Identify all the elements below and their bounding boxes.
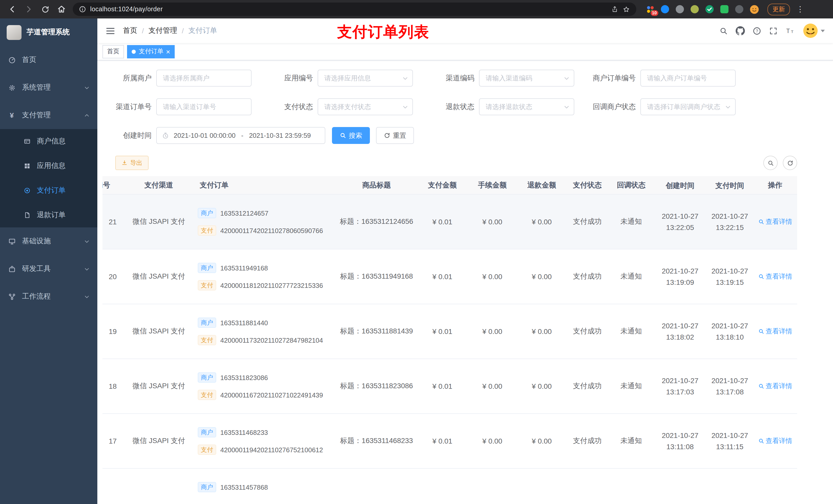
share-icon[interactable] xyxy=(611,6,618,13)
table-row: 18 微信 JSAPI 支付 商户 1635311823086 支付 xyxy=(102,359,797,414)
hamburger-icon[interactable] xyxy=(105,26,115,35)
target-icon xyxy=(23,187,31,194)
view-detail-link[interactable]: 查看详情 xyxy=(758,272,792,281)
browser-menu-icon[interactable]: ⋮ xyxy=(796,5,804,14)
search-icon[interactable] xyxy=(719,26,728,35)
filter-pay-status: 支付状态 xyxy=(264,98,425,115)
filter-channel-code: 渠道编码 xyxy=(425,70,587,87)
view-detail-link[interactable]: 查看详情 xyxy=(758,436,792,446)
filter-row-2: 渠道订单号 支付状态 退款状态 回调商户状态 xyxy=(102,98,833,115)
date-start: 2021-10-01 00:00:00 xyxy=(174,131,235,139)
refund-status-select[interactable] xyxy=(479,99,574,115)
site-info-icon[interactable] xyxy=(79,6,86,13)
chevron-down-icon xyxy=(821,29,825,32)
active-dot xyxy=(132,49,136,53)
home-icon[interactable] xyxy=(54,2,69,16)
pay-order-table: 编号 支付渠道 支付订单 商品标题 支付金额 手续金额 退款金额 支付状态 回调… xyxy=(102,176,797,504)
table-row: 17 微信 JSAPI 支付 商户 1635311468233 支付 xyxy=(102,414,797,469)
merchant-input[interactable] xyxy=(157,70,251,86)
filter-row-3: 创建时间 2021-10-01 00:00:00 - 2021-10-31 23… xyxy=(102,127,833,144)
logo-image xyxy=(7,25,22,40)
app-frame: 芋道管理系统 首页 系统管理 ¥ 支付管理 商户信息 xyxy=(0,19,833,504)
pay-status-select[interactable] xyxy=(318,99,412,115)
filter-merchant-order-no: 商户订单编号 xyxy=(587,70,748,87)
pay-submenu: 商户信息 应用信息 支付订单 退款订单 xyxy=(0,129,97,227)
sidebar-item-pay[interactable]: ¥ 支付管理 xyxy=(0,101,97,129)
bookmark-star-icon[interactable] xyxy=(622,5,630,13)
svg-text:?: ? xyxy=(756,29,758,33)
tags-view-bar: 首页 支付订单 × xyxy=(97,43,833,61)
table-row: 20 微信 JSAPI 支付 商户 1635311949168 支付 xyxy=(102,249,797,304)
sidebar-item-app-info[interactable]: 应用信息 xyxy=(0,154,97,178)
table-body: 21 微信 JSAPI 支付 商户 1635312124657 支付 xyxy=(102,195,797,469)
table-utility-buttons xyxy=(763,156,797,170)
update-button[interactable]: 更新 xyxy=(767,3,790,15)
refresh-icon[interactable] xyxy=(783,156,797,170)
filter-channel-order-no: 渠道订单号 xyxy=(102,98,264,115)
close-icon[interactable]: × xyxy=(166,48,170,55)
breadcrumb-pay-manage[interactable]: 支付管理 xyxy=(148,26,177,35)
merchant-order-no: 1635311468233 xyxy=(220,429,268,436)
merchant-order-no: 1635312124657 xyxy=(220,209,268,217)
search-button[interactable]: 搜索 xyxy=(332,127,370,144)
gear-icon xyxy=(8,84,16,91)
pay-badge: 支付 xyxy=(198,280,216,290)
extension-chat-icon[interactable] xyxy=(720,5,729,14)
date-range-picker[interactable]: 2021-10-01 00:00:00 - 2021-10-31 23:59:5… xyxy=(156,127,325,144)
notify-status-select[interactable] xyxy=(641,99,735,115)
sidebar-item-home[interactable]: 首页 xyxy=(0,46,97,74)
extension-dark-icon[interactable] xyxy=(735,5,744,14)
fullscreen-icon[interactable] xyxy=(769,26,778,35)
merchant-badge: 商户 xyxy=(198,482,216,492)
page-content: 所属商户 应用编号 渠道编码 商户订单编号 xyxy=(97,61,833,504)
extension-gray-icon[interactable] xyxy=(675,5,685,14)
sidebar-item-devtools[interactable]: 研发工具 xyxy=(0,255,97,283)
svg-text:T: T xyxy=(791,29,793,33)
view-detail-link[interactable]: 查看详情 xyxy=(758,217,792,226)
toggle-search-icon[interactable] xyxy=(763,156,778,170)
tag-home[interactable]: 首页 xyxy=(102,45,124,58)
sidebar-item-merchant-info[interactable]: 商户信息 xyxy=(0,129,97,154)
sidebar-item-system[interactable]: 系统管理 xyxy=(0,74,97,101)
export-button[interactable]: 导出 xyxy=(115,156,148,170)
merchant-badge: 商户 xyxy=(198,427,216,437)
help-icon[interactable]: ? xyxy=(753,26,761,35)
sidebar-item-pay-order[interactable]: 支付订单 xyxy=(0,178,97,203)
font-size-icon[interactable]: TT xyxy=(785,26,795,35)
view-detail-link[interactable]: 查看详情 xyxy=(758,382,792,391)
svg-text:T: T xyxy=(786,27,790,34)
page-title-annotation: 支付订单列表 xyxy=(337,22,429,43)
extension-check-icon[interactable] xyxy=(705,5,714,14)
extension-pin-icon[interactable] xyxy=(660,5,670,14)
tag-pay-order[interactable]: 支付订单 × xyxy=(127,45,175,58)
reload-icon[interactable] xyxy=(38,2,52,16)
breadcrumb-home[interactable]: 首页 xyxy=(123,26,137,35)
channel-order-no-input[interactable] xyxy=(157,99,251,115)
extension-olive-icon[interactable] xyxy=(690,5,699,14)
url-text: localhost:1024/pay/order xyxy=(90,6,607,13)
workflow-icon xyxy=(8,293,16,301)
merchant-order-no-input[interactable] xyxy=(641,70,735,86)
extension-face-icon[interactable] xyxy=(749,5,759,14)
breadcrumb: 首页 / 支付管理 / 支付订单 xyxy=(123,26,217,35)
sidebar-item-refund-order[interactable]: 退款订单 xyxy=(0,203,97,227)
forward-icon[interactable] xyxy=(22,2,36,16)
reset-button[interactable]: 重置 xyxy=(376,127,414,144)
sidebar-item-workflow[interactable]: 工作流程 xyxy=(0,283,97,310)
browser-toolbar: localhost:1024/pay/order 10 更新 ⋮ xyxy=(0,0,833,19)
user-menu[interactable] xyxy=(803,23,825,39)
app-select[interactable] xyxy=(318,70,412,86)
view-detail-link[interactable]: 查看详情 xyxy=(758,327,792,336)
app-logo[interactable]: 芋道管理系统 xyxy=(0,19,97,46)
url-bar[interactable]: localhost:1024/pay/order xyxy=(73,3,636,16)
sidebar-item-infra[interactable]: 基础设施 xyxy=(0,227,97,255)
back-icon[interactable] xyxy=(5,2,20,16)
app-title: 芋道管理系统 xyxy=(27,28,70,37)
channel-code-select[interactable] xyxy=(479,70,574,86)
github-icon[interactable] xyxy=(736,26,745,35)
chevron-down-icon xyxy=(84,238,90,244)
pay-order-no: 4200001173202110272847982104 xyxy=(220,336,323,344)
filter-refund-status: 退款状态 xyxy=(425,98,587,115)
extension-grid-icon[interactable]: 10 xyxy=(645,5,655,14)
breadcrumb-pay-order: 支付订单 xyxy=(189,26,217,35)
